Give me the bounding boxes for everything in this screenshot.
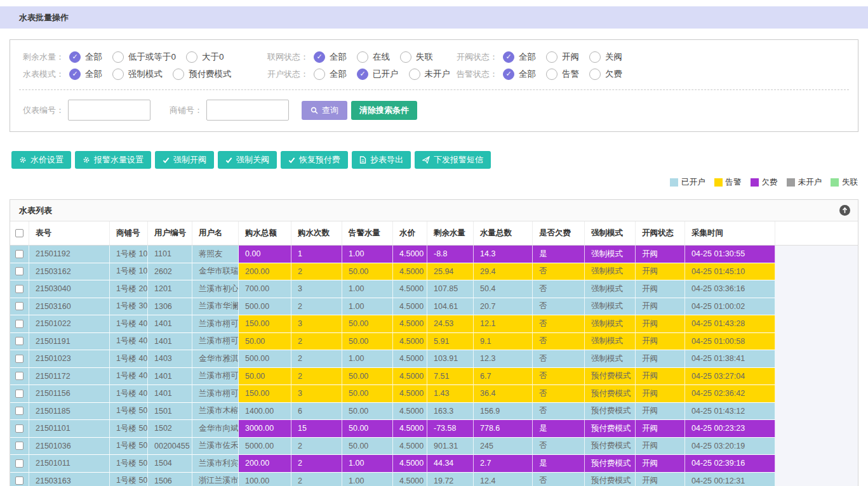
action-button-label: 下发报警短信 — [434, 154, 483, 166]
row-checkbox[interactable] — [15, 302, 23, 310]
meter-no-input[interactable] — [68, 100, 150, 121]
cell-开阀状态: 开阀 — [636, 350, 685, 368]
legend-swatch — [831, 178, 839, 187]
action-button-强制开阀[interactable]: 强制开阀 — [155, 151, 214, 169]
query-button[interactable]: 查询 — [302, 101, 347, 120]
radio-option-告警[interactable]: 告警 — [546, 69, 579, 80]
radio-icon[interactable] — [112, 51, 124, 63]
radio-icon[interactable] — [503, 69, 514, 80]
scroll-top-icon[interactable] — [839, 205, 850, 216]
legend-item-失联: 失联 — [831, 177, 858, 188]
radio-icon[interactable] — [546, 69, 558, 80]
cell-强制模式: 预付费模式 — [585, 420, 636, 438]
action-button-报警水量设置[interactable]: 报警水量设置 — [75, 151, 151, 169]
radio-option-全部[interactable]: 全部 — [69, 51, 102, 63]
cell-购水次数: 2 — [291, 473, 342, 486]
radio-option-未开户[interactable]: 未开户 — [409, 69, 451, 80]
gear-icon — [83, 156, 90, 164]
radio-icon[interactable] — [173, 69, 184, 80]
radio-icon[interactable] — [400, 51, 411, 63]
radio-option-开阀[interactable]: 开阀 — [546, 51, 579, 63]
radio-label: 预付费模式 — [189, 69, 232, 80]
action-button-抄表导出[interactable]: 抄表导出 — [352, 151, 411, 169]
cell-开阀状态: 开阀 — [636, 280, 685, 298]
radio-option-预付费模式[interactable]: 预付费模式 — [173, 69, 232, 80]
column-header-剩余水量: 剩余水量 — [427, 221, 474, 245]
cell-购水总额: 100.00 — [239, 473, 291, 486]
filter-group-remaining-water: 剩余水量：全部低于或等于0大于0 — [23, 48, 267, 65]
radio-icon[interactable] — [186, 51, 197, 63]
radio-option-欠费[interactable]: 欠费 — [589, 69, 622, 80]
table-row: 215031601号楼 3061306兰溪市华澜工500.0021.004.50… — [10, 298, 858, 316]
cell-水价: 4.5000 — [393, 246, 427, 263]
cell-水量总数: 245 — [474, 438, 533, 456]
radio-option-全部[interactable]: 全部 — [314, 51, 347, 63]
radio-option-全部[interactable]: 全部 — [503, 51, 536, 63]
cell-购水次数: 1 — [291, 246, 342, 263]
column-header-采集时间: 采集时间 — [685, 221, 775, 245]
radio-option-已开户[interactable]: 已开户 — [357, 69, 399, 80]
select-all-checkbox[interactable] — [15, 229, 23, 237]
cell-水价: 4.5000 — [393, 263, 427, 281]
radio-icon[interactable] — [69, 51, 81, 63]
cell-表号: 21503040 — [29, 280, 110, 298]
radio-icon[interactable] — [503, 51, 514, 63]
row-checkbox[interactable] — [15, 407, 23, 415]
row-checkbox[interactable] — [15, 320, 23, 328]
radio-icon[interactable] — [589, 51, 601, 63]
cell-剩余水量: 44.34 — [427, 455, 474, 473]
row-checkbox[interactable] — [15, 355, 23, 363]
cell-购水总额: 500.00 — [239, 298, 291, 316]
radio-icon[interactable] — [409, 69, 420, 80]
radio-icon[interactable] — [357, 69, 368, 80]
cell-表号: 21503162 — [29, 263, 110, 281]
row-checkbox[interactable] — [15, 424, 23, 433]
row-checkbox[interactable] — [15, 442, 23, 450]
radio-option-全部[interactable]: 全部 — [314, 69, 347, 80]
radio-icon[interactable] — [546, 51, 558, 63]
row-checkbox[interactable] — [15, 285, 23, 293]
radio-option-全部[interactable]: 全部 — [69, 69, 102, 80]
action-button-恢复预付费[interactable]: 恢复预付费 — [281, 151, 348, 169]
clear-search-button[interactable]: 清除搜索条件 — [351, 101, 417, 120]
radio-icon[interactable] — [69, 69, 81, 80]
cell-购水次数: 6 — [291, 403, 342, 421]
row-checkbox[interactable] — [15, 390, 23, 398]
radio-option-大于0[interactable]: 大于0 — [186, 51, 224, 63]
cell-表号: 21501036 — [29, 438, 110, 456]
radio-icon[interactable] — [112, 69, 124, 80]
radio-option-强制模式[interactable]: 强制模式 — [112, 69, 163, 80]
cell-商铺号: 1号楼 504 — [110, 455, 148, 473]
row-checkbox[interactable] — [15, 250, 23, 258]
radio-icon[interactable] — [357, 51, 368, 63]
cell-告警水量: 50.00 — [342, 438, 393, 456]
radio-option-关阀[interactable]: 关阀 — [589, 51, 622, 63]
row-checkbox[interactable] — [15, 476, 23, 485]
radio-icon[interactable] — [314, 69, 325, 80]
row-checkbox[interactable] — [15, 267, 23, 275]
cell-用户名: 金华市向斌工 — [192, 420, 239, 438]
shop-no-input[interactable] — [206, 100, 289, 121]
cell-购水次数: 3 — [291, 385, 342, 403]
table-row: 215011721号楼 4051401兰溪市栩可锐50.00250.004.50… — [10, 368, 858, 386]
radio-option-失联[interactable]: 失联 — [400, 51, 433, 63]
row-checkbox[interactable] — [15, 372, 23, 380]
radio-option-全部[interactable]: 全部 — [503, 69, 536, 80]
action-button-水价设置[interactable]: 水价设置 — [11, 151, 71, 169]
radio-icon[interactable] — [589, 69, 601, 80]
batch-action-buttons: 水价设置报警水量设置强制开阀强制关阀恢复预付费抄表导出下发报警短信 — [11, 151, 868, 169]
radio-option-在线[interactable]: 在线 — [357, 51, 390, 63]
action-button-下发报警短信[interactable]: 下发报警短信 — [415, 151, 491, 169]
radio-icon[interactable] — [314, 51, 325, 63]
radio-option-低于或等于0[interactable]: 低于或等于0 — [112, 51, 176, 63]
cell-开阀状态: 开阀 — [636, 246, 685, 263]
cell-购水次数: 2 — [291, 438, 342, 456]
cell-用户编号: 1502 — [148, 420, 192, 438]
action-button-强制关阀[interactable]: 强制关阀 — [218, 151, 277, 169]
check-icon — [288, 157, 295, 164]
cell-用户编号: 2602 — [148, 263, 192, 281]
row-checkbox[interactable] — [15, 459, 23, 468]
radio-label: 告警 — [562, 69, 579, 80]
row-checkbox[interactable] — [15, 337, 23, 345]
cell-购水总额: 500.00 — [239, 350, 291, 368]
